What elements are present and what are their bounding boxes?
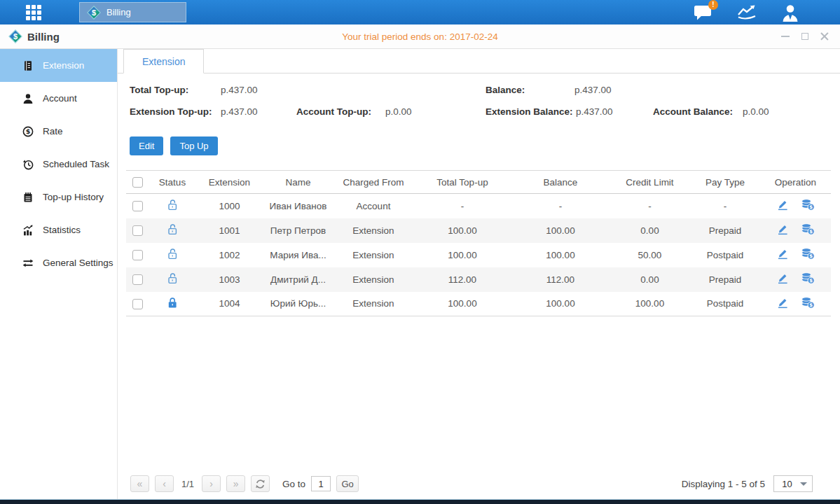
edit-icon[interactable]	[776, 248, 789, 262]
extension-balance-label: Extension Balance:	[486, 106, 573, 117]
close-icon[interactable]	[819, 31, 830, 42]
open-app-tab-label: Billing	[106, 7, 131, 18]
extension-topup-value: p.437.00	[221, 106, 258, 117]
total-topup-value: p.437.00	[221, 85, 258, 95]
edit-icon[interactable]	[776, 223, 789, 237]
main-content: Extension Total Top-up: p.437.00 Balance…	[118, 49, 840, 499]
ledger-icon	[22, 59, 34, 71]
sidebar-item-label: Top-up History	[43, 192, 104, 202]
extension-table-body: 1000 Иван Иванов Account - - - - $	[126, 194, 831, 316]
sidebar-item-scheduled-task[interactable]: Scheduled Task	[0, 148, 117, 181]
tab-strip: Extension	[118, 49, 840, 74]
page-size-select[interactable]: 10	[773, 475, 813, 492]
bar-chart-icon	[22, 224, 34, 236]
last-page-button[interactable]: »	[226, 475, 245, 492]
credit-limit-cell: 0.00	[610, 267, 690, 292]
charged-from-cell: Extension	[333, 218, 413, 243]
prev-page-button[interactable]: ‹	[155, 475, 174, 492]
extension-cell: 1000	[196, 194, 263, 218]
sidebar-item-account[interactable]: Account	[0, 82, 117, 115]
sidebar-item-label: General Settings	[43, 258, 113, 268]
name-cell: Иван Иванов	[263, 194, 333, 218]
credit-limit-cell: 0.00	[610, 218, 690, 243]
edit-button[interactable]: Edit	[130, 136, 163, 155]
svg-text:$: $	[25, 127, 30, 135]
sidebar-item-statistics[interactable]: Statistics	[0, 214, 117, 246]
displaying-text: Displaying 1 - 5 of 5	[682, 479, 765, 489]
top-app-bar: $ Billing !	[0, 0, 840, 24]
sidebar-item-topup-history[interactable]: Top-up History	[0, 181, 117, 214]
credit-limit-cell: 100.00	[610, 292, 690, 316]
top-up-icon[interactable]: $	[801, 248, 815, 262]
total-topup-cell: -	[413, 194, 511, 218]
next-page-button[interactable]: ›	[202, 475, 221, 492]
sidebar-item-label: Scheduled Task	[43, 159, 109, 169]
charged-from-cell: Account	[333, 194, 413, 218]
window-title-bar: Your trial period ends on: 2017-02-24 $ …	[0, 24, 840, 49]
column-header-total-topup: Total Top-up	[413, 171, 511, 194]
row-checkbox[interactable]	[132, 274, 143, 285]
extension-cell: 1001	[196, 218, 263, 243]
edit-icon[interactable]	[776, 199, 789, 213]
open-app-tab-billing[interactable]: $ Billing	[79, 2, 186, 22]
refresh-button[interactable]	[251, 475, 270, 492]
top-up-icon[interactable]: $	[801, 223, 815, 237]
credit-limit-cell: 50.00	[610, 243, 690, 267]
lock-open-icon	[167, 223, 178, 237]
select-all-checkbox[interactable]	[132, 177, 143, 188]
table-row: 1004 Юрий Юрь... Extension 100.00 100.00…	[126, 292, 831, 316]
table-row: 1000 Иван Иванов Account - - - - $	[126, 194, 831, 218]
minimize-icon[interactable]	[780, 31, 791, 42]
balance-cell: 100.00	[511, 243, 610, 267]
account-topup-label: Account Top-up:	[296, 106, 371, 117]
sidebar-item-rate[interactable]: $ Rate	[0, 115, 117, 148]
top-up-icon[interactable]: $	[801, 199, 815, 213]
sidebar-item-extension[interactable]: Extension	[0, 49, 117, 82]
top-up-button[interactable]: Top Up	[170, 136, 217, 155]
apps-grid-icon[interactable]	[26, 5, 48, 20]
row-checkbox[interactable]	[132, 250, 143, 260]
sidebar-item-general-settings[interactable]: General Settings	[0, 246, 117, 279]
page-size-value: 10	[774, 479, 800, 489]
goto-label: Go to	[282, 479, 305, 489]
extension-cell: 1004	[196, 292, 263, 316]
exchange-arrows-icon	[22, 257, 34, 269]
extension-table: Status Extension Name Charged From Total…	[126, 170, 831, 316]
user-account-icon[interactable]	[779, 3, 801, 22]
name-cell: Дмитрий Д...	[263, 267, 333, 292]
lock-closed-icon	[167, 297, 178, 311]
sidebar-item-label: Extension	[43, 60, 84, 71]
go-button[interactable]: Go	[336, 475, 359, 492]
pay-type-cell: Prepaid	[690, 218, 760, 243]
first-page-button[interactable]: «	[130, 475, 149, 492]
top-up-icon[interactable]: $	[801, 297, 815, 311]
row-checkbox[interactable]	[132, 225, 143, 236]
goto-page-input[interactable]	[311, 476, 331, 491]
sidebar: Extension Account $ Rate Scheduled T	[0, 49, 118, 499]
charged-from-cell: Extension	[333, 267, 413, 292]
name-cell: Петр Петров	[263, 218, 333, 243]
top-up-icon[interactable]: $	[801, 272, 815, 286]
balance-cell: 100.00	[511, 218, 610, 243]
resource-monitor-icon[interactable]	[736, 3, 758, 22]
name-cell: Мария Ива...	[263, 243, 333, 267]
edit-icon[interactable]	[776, 297, 789, 311]
trial-message: Your trial period ends on: 2017-02-24	[0, 31, 840, 42]
extension-cell: 1002	[196, 243, 263, 267]
pay-type-cell: Postpaid	[690, 292, 760, 316]
total-topup-cell: 100.00	[413, 292, 511, 316]
balance-label: Balance:	[486, 85, 525, 95]
balance-value: p.437.00	[574, 85, 612, 95]
lock-open-icon	[167, 199, 178, 213]
pay-type-cell: -	[690, 194, 760, 218]
bottom-edge-strip	[0, 499, 840, 504]
maximize-icon[interactable]	[799, 31, 811, 42]
account-topup-value: p.0.00	[385, 106, 412, 117]
edit-icon[interactable]	[776, 272, 789, 286]
row-checkbox[interactable]	[132, 201, 143, 211]
column-header-credit-limit: Credit Limit	[610, 171, 690, 194]
messages-icon[interactable]: !	[692, 3, 715, 22]
tab-extension[interactable]: Extension	[123, 49, 204, 74]
table-row: 1001 Петр Петров Extension 100.00 100.00…	[126, 218, 831, 243]
row-checkbox[interactable]	[132, 299, 143, 309]
